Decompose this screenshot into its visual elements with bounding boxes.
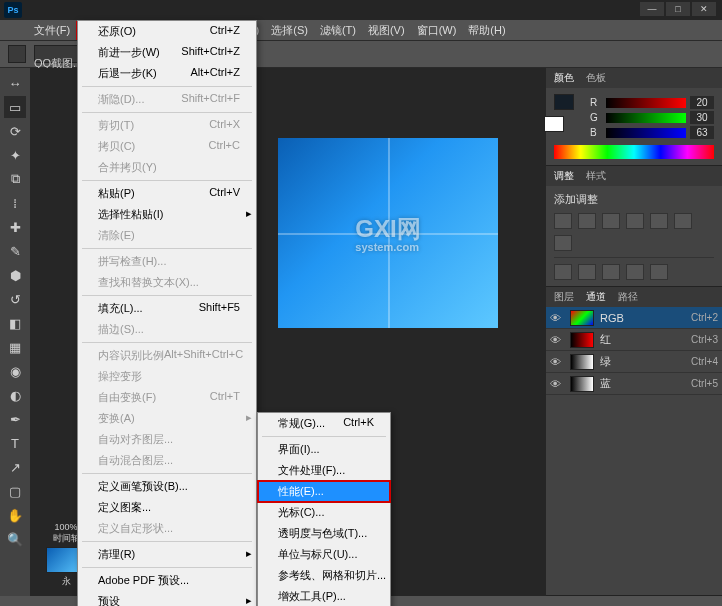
tab-adjustments[interactable]: 调整 — [554, 169, 574, 183]
wand-tool-icon[interactable]: ✦ — [4, 144, 26, 166]
pen-tool-icon[interactable]: ✒ — [4, 408, 26, 430]
edit-menu-item-34[interactable]: 预设 — [78, 591, 256, 606]
healing-tool-icon[interactable]: ✚ — [4, 216, 26, 238]
exposure-icon[interactable] — [626, 213, 644, 229]
menu-help[interactable]: 帮助(H) — [462, 21, 511, 40]
blur-tool-icon[interactable]: ◉ — [4, 360, 26, 382]
tool-preset-icon[interactable] — [8, 45, 26, 63]
tab-channels[interactable]: 通道 — [586, 290, 606, 304]
visibility-icon[interactable]: 👁 — [550, 378, 564, 390]
maximize-button[interactable]: □ — [666, 2, 690, 16]
edit-menu-item-18: 描边(S)... — [78, 319, 256, 340]
selective-color-icon[interactable] — [650, 264, 668, 280]
tab-styles[interactable]: 样式 — [586, 169, 606, 183]
close-button[interactable]: ✕ — [692, 2, 716, 16]
edit-menu-item-0[interactable]: 还原(O)Ctrl+Z — [78, 21, 256, 42]
menu-file[interactable]: 文件(F) — [28, 21, 76, 40]
prefs-menu-item-2[interactable]: 界面(I)... — [258, 439, 390, 460]
stamp-tool-icon[interactable]: ⬢ — [4, 264, 26, 286]
edit-menu-item-27[interactable]: 定义画笔预设(B)... — [78, 476, 256, 497]
tab-paths[interactable]: 路径 — [618, 290, 638, 304]
zoom-percent[interactable]: 100% — [54, 522, 77, 532]
lasso-tool-icon[interactable]: ⟳ — [4, 120, 26, 142]
dodge-tool-icon[interactable]: ◐ — [4, 384, 26, 406]
visibility-icon[interactable]: 👁 — [550, 312, 564, 324]
marquee-tool-icon[interactable]: ▭ — [4, 96, 26, 118]
color-spectrum[interactable] — [554, 145, 714, 159]
edit-menu-item-20: 内容识别比例Alt+Shift+Ctrl+C — [78, 345, 256, 366]
background-swatch[interactable] — [544, 116, 564, 132]
timeline-label[interactable]: 时间轴 — [53, 532, 80, 545]
edit-menu-item-31[interactable]: 清理(R) — [78, 544, 256, 565]
zoom-tool-icon[interactable]: 🔍 — [4, 528, 26, 550]
prefs-menu-item-3[interactable]: 文件处理(F)... — [258, 460, 390, 481]
foreground-swatch[interactable] — [554, 94, 574, 110]
crop-tool-icon[interactable]: ⧉ — [4, 168, 26, 190]
path-tool-icon[interactable]: ↗ — [4, 456, 26, 478]
gradient-tool-icon[interactable]: ▦ — [4, 336, 26, 358]
b-slider[interactable] — [606, 128, 686, 138]
minimize-button[interactable]: — — [640, 2, 664, 16]
move-tool-icon[interactable]: ↔ — [4, 72, 26, 94]
g-value[interactable]: 30 — [690, 111, 714, 124]
r-slider[interactable] — [606, 98, 686, 108]
preferences-submenu: 常规(G)...Ctrl+K界面(I)...文件处理(F)...性能(E)...… — [257, 412, 391, 606]
threshold-icon[interactable] — [602, 264, 620, 280]
channel-name: 绿 — [600, 354, 611, 369]
curves-icon[interactable] — [602, 213, 620, 229]
prefs-menu-item-4[interactable]: 性能(E)... — [258, 481, 390, 502]
prefs-menu-item-9[interactable]: 增效工具(P)... — [258, 586, 390, 606]
g-label: G — [590, 112, 602, 123]
prefs-menu-item-6[interactable]: 透明度与色域(T)... — [258, 523, 390, 544]
tab-swatches[interactable]: 色板 — [586, 71, 606, 85]
hand-tool-icon[interactable]: ✋ — [4, 504, 26, 526]
prefs-menu-item-8[interactable]: 参考线、网格和切片... — [258, 565, 390, 586]
visibility-icon[interactable]: 👁 — [550, 334, 564, 346]
tab-color[interactable]: 颜色 — [554, 71, 574, 85]
b-value[interactable]: 63 — [690, 126, 714, 139]
edit-menu-item-1[interactable]: 前进一步(W)Shift+Ctrl+Z — [78, 42, 256, 63]
menu-view[interactable]: 视图(V) — [362, 21, 411, 40]
edit-menu-item-25: 自动混合图层... — [78, 450, 256, 471]
edit-menu-item-6: 剪切(T)Ctrl+X — [78, 115, 256, 136]
channel-row-red[interactable]: 👁 红 Ctrl+3 — [546, 329, 722, 351]
edit-menu-item-4: 渐隐(D)...Shift+Ctrl+F — [78, 89, 256, 110]
posterize-icon[interactable] — [578, 264, 596, 280]
titlebar: Ps — □ ✕ — [0, 0, 722, 20]
color-balance-icon[interactable] — [554, 235, 572, 251]
channel-row-green[interactable]: 👁 绿 Ctrl+4 — [546, 351, 722, 373]
prefs-menu-item-7[interactable]: 单位与标尺(U)... — [258, 544, 390, 565]
canvas-image: GXI网 system.com — [278, 138, 498, 328]
prefs-menu-item-0[interactable]: 常规(G)...Ctrl+K — [258, 413, 390, 434]
prefs-menu-item-5[interactable]: 光标(C)... — [258, 502, 390, 523]
levels-icon[interactable] — [578, 213, 596, 229]
channel-row-blue[interactable]: 👁 蓝 Ctrl+5 — [546, 373, 722, 395]
channels-panel: 图层 通道 路径 👁 RGB Ctrl+2 👁 红 Ctrl+3 — [546, 287, 722, 596]
history-brush-icon[interactable]: ↺ — [4, 288, 26, 310]
type-tool-icon[interactable]: T — [4, 432, 26, 454]
g-slider[interactable] — [606, 113, 686, 123]
tab-layers[interactable]: 图层 — [554, 290, 574, 304]
menu-filter[interactable]: 滤镜(T) — [314, 21, 362, 40]
edit-menu-item-2[interactable]: 后退一步(K)Alt+Ctrl+Z — [78, 63, 256, 84]
visibility-icon[interactable]: 👁 — [550, 356, 564, 368]
channel-row-rgb[interactable]: 👁 RGB Ctrl+2 — [546, 307, 722, 329]
r-value[interactable]: 20 — [690, 96, 714, 109]
edit-menu-item-10[interactable]: 粘贴(P)Ctrl+V — [78, 183, 256, 204]
eyedropper-tool-icon[interactable]: ⁞ — [4, 192, 26, 214]
brush-tool-icon[interactable]: ✎ — [4, 240, 26, 262]
menu-select[interactable]: 选择(S) — [265, 21, 314, 40]
vibrance-icon[interactable] — [650, 213, 668, 229]
edit-menu-item-28[interactable]: 定义图案... — [78, 497, 256, 518]
edit-menu-item-33[interactable]: Adobe PDF 预设... — [78, 570, 256, 591]
menu-window[interactable]: 窗口(W) — [411, 21, 463, 40]
watermark: GXI网 system.com — [355, 213, 420, 253]
edit-menu-item-17[interactable]: 填充(L)...Shift+F5 — [78, 298, 256, 319]
eraser-tool-icon[interactable]: ◧ — [4, 312, 26, 334]
hue-icon[interactable] — [674, 213, 692, 229]
edit-menu-item-11[interactable]: 选择性粘贴(I) — [78, 204, 256, 225]
gradient-map-icon[interactable] — [626, 264, 644, 280]
invert-icon[interactable] — [554, 264, 572, 280]
brightness-icon[interactable] — [554, 213, 572, 229]
shape-tool-icon[interactable]: ▢ — [4, 480, 26, 502]
